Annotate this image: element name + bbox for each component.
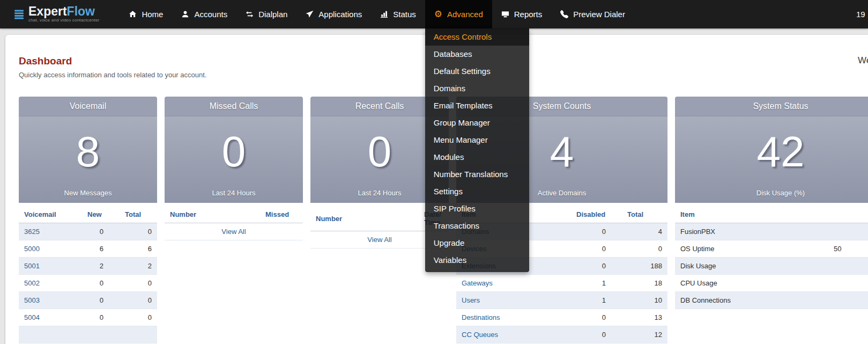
nav-preview-dialer-label: Preview Dialer — [573, 10, 625, 19]
nav-preview-dialer[interactable]: Preview Dialer — [551, 0, 634, 28]
voicemail-box-link[interactable]: 5004 — [24, 313, 40, 321]
nav-advanced[interactable]: ⚙ Advanced Access Controls Databases Def… — [425, 0, 492, 28]
system-status-column: System Status 42 Disk Usage (%) Item Fus… — [675, 97, 868, 309]
status-item: CPU Usage — [675, 275, 828, 292]
status-value — [828, 223, 868, 240]
voicemail-table: Voicemail New Total 3625 0 0 5000 6 6 50… — [19, 206, 157, 343]
table-row: DB Connections — [675, 292, 868, 309]
col-header: Item — [675, 206, 828, 223]
col-header: Disabled — [571, 206, 622, 223]
status-item: FusionPBX — [675, 223, 828, 240]
cell-new: 0 — [82, 292, 120, 309]
table-row: Disk Usage — [675, 258, 868, 275]
dropdown-item-variables[interactable]: Variables — [425, 252, 529, 269]
cell-total: 10 — [622, 292, 667, 309]
count-item-link[interactable]: CC Queues — [462, 331, 498, 339]
cell-disabled: 1 — [571, 292, 622, 309]
nav-home[interactable]: Home — [120, 0, 172, 28]
main-menu: Home Accounts Dialplan Applications Stat… — [120, 0, 634, 28]
card-title: System Status — [675, 97, 868, 116]
cell-disabled: 0 — [571, 258, 622, 275]
missed-calls-count: 0 — [222, 114, 246, 189]
table-row: 5004 0 0 — [19, 309, 157, 326]
welcome-text: Welcome — [858, 55, 868, 66]
voicemail-box-link[interactable]: 5002 — [24, 279, 40, 287]
missed-calls-table: Number Missed View All — [165, 206, 303, 240]
table-row: View All — [165, 223, 303, 240]
status-item: Disk Usage — [675, 258, 828, 275]
voicemail-count: 8 — [76, 114, 100, 189]
nav-applications[interactable]: Applications — [296, 0, 371, 28]
dropdown-item-upgrade[interactable]: Upgrade — [425, 235, 529, 252]
voicemail-box-link[interactable]: 3625 — [24, 228, 40, 236]
dropdown-item-domains[interactable]: Domains — [425, 80, 529, 97]
cell-disabled: 0 — [571, 309, 622, 326]
dropdown-item-group-manager[interactable]: Group Manager — [425, 114, 529, 131]
dropdown-item-sip-profiles[interactable]: SIP Profiles — [425, 200, 529, 217]
nav-dialplan[interactable]: Dialplan — [236, 0, 296, 28]
nav-home-label: Home — [142, 10, 163, 19]
table-row: Gateways 1 18 — [456, 275, 667, 292]
nav-reports[interactable]: Reports — [492, 0, 552, 28]
nav-accounts-label: Accounts — [194, 10, 227, 19]
nav-status[interactable]: Status — [371, 0, 425, 28]
dropdown-item-access-controls[interactable]: Access Controls — [425, 28, 529, 46]
bar-chart-icon — [380, 10, 388, 18]
brand-name: ExpertFlow — [28, 6, 99, 17]
cell-total: 6 — [120, 240, 157, 258]
gear-icon: ⚙ — [434, 10, 442, 19]
cell-new: 0 — [82, 309, 120, 326]
nav-accounts[interactable]: Accounts — [172, 0, 236, 28]
dropdown-item-email-templates[interactable]: Email Templates — [425, 97, 529, 114]
table-header-row: Item — [675, 206, 868, 223]
status-value: 50 — [828, 240, 868, 258]
table-row: CC Queues 0 12 — [456, 326, 667, 343]
dropdown-item-modules[interactable]: Modules — [425, 149, 529, 166]
table-row: 5000 6 6 — [19, 240, 157, 258]
cell-total: 12 — [622, 326, 667, 343]
col-header: Number — [165, 206, 260, 223]
nav-reports-label: Reports — [514, 10, 543, 19]
card-voicemail: Voicemail 8 New Messages — [19, 97, 157, 203]
monitor-icon — [501, 10, 509, 18]
cell-total: 13 — [622, 309, 667, 326]
cell-disabled: 0 — [571, 223, 622, 240]
voicemail-box-link[interactable]: 5003 — [24, 296, 40, 304]
view-all-link[interactable]: View All — [367, 236, 391, 244]
table-row: 5003 0 0 — [19, 292, 157, 309]
card-caption: Active Domains — [538, 189, 586, 203]
dropdown-item-settings[interactable]: Settings — [425, 183, 529, 200]
dropdown-item-default-settings[interactable]: Default Settings — [425, 63, 529, 80]
status-value — [828, 275, 868, 292]
col-header: Total — [120, 206, 157, 223]
voicemail-column: Voicemail 8 New Messages Voicemail New T… — [19, 97, 157, 343]
status-value — [828, 292, 868, 309]
disk-usage-count: 42 — [757, 114, 805, 189]
dropdown-item-menu-manager[interactable]: Menu Manager — [425, 131, 529, 149]
dropdown-item-databases[interactable]: Databases — [425, 46, 529, 63]
nav-applications-label: Applications — [318, 10, 362, 19]
nav-advanced-label: Advanced — [447, 10, 483, 19]
count-item-link[interactable]: Destinations — [462, 313, 500, 321]
card-missed-calls: Missed Calls 0 Last 24 Hours — [165, 97, 303, 203]
card-caption: Last 24 Hours — [358, 189, 402, 203]
brand-logo[interactable]: ExpertFlow chat, voice and video contact… — [14, 0, 99, 28]
table-row: 5002 0 0 — [19, 275, 157, 292]
dropdown-item-transactions[interactable]: Transactions — [425, 217, 529, 235]
cell-total: 0 — [622, 240, 667, 258]
voicemail-box-link[interactable]: 5001 — [24, 262, 40, 270]
count-item-link[interactable]: Gateways — [462, 279, 493, 287]
table-row: Destinations 0 13 — [456, 309, 667, 326]
cell-disabled: 1 — [571, 275, 622, 292]
count-item-link[interactable]: Users — [462, 296, 480, 304]
table-header-row: Voicemail New Total — [19, 206, 157, 223]
table-row: CPU Usage — [675, 275, 868, 292]
col-header: Number — [310, 206, 419, 231]
system-status-table: Item FusionPBX OS Uptime 50 Disk Usage C… — [675, 206, 868, 309]
nav-status-label: Status — [393, 10, 416, 19]
cell-total: 0 — [120, 309, 157, 326]
cell-total: 18 — [622, 275, 667, 292]
voicemail-box-link[interactable]: 5000 — [24, 245, 40, 253]
dropdown-item-number-translations[interactable]: Number Translations — [425, 166, 529, 183]
view-all-link[interactable]: View All — [221, 228, 246, 236]
